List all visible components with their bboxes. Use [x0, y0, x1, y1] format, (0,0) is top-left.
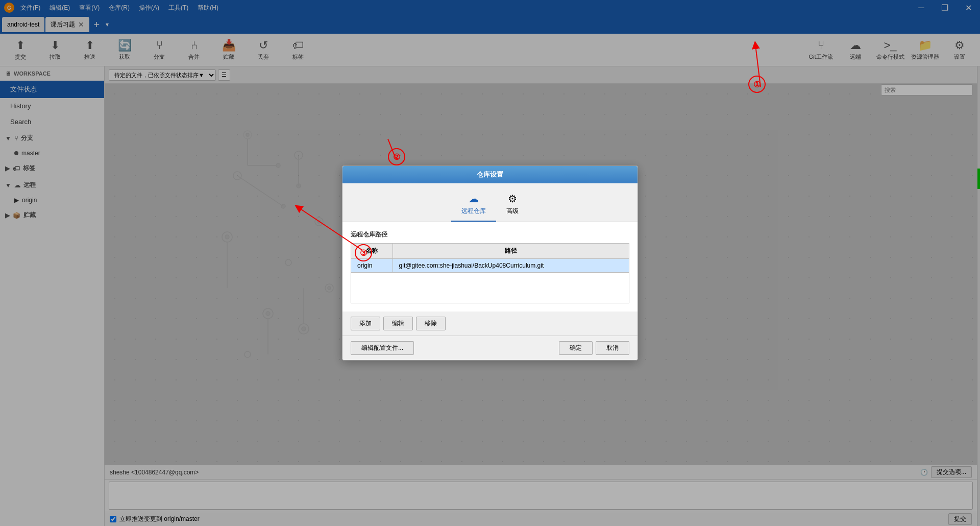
- remote-tab-icon: ☁: [469, 193, 479, 205]
- modal-body: 远程仓库路径 名称 路径 origin git@gitee.com:she-ji…: [342, 222, 638, 312]
- edit-config-button[interactable]: 编辑配置文件...: [351, 341, 414, 355]
- table-header-path: 路径: [393, 244, 629, 259]
- modal-footer-right: 确定 取消: [559, 341, 629, 355]
- modal-footer-left: 编辑配置文件...: [351, 341, 414, 355]
- modal-tab-remote[interactable]: ☁ 远程仓库: [451, 189, 496, 222]
- modal-actions: 添加 编辑 移除: [342, 312, 638, 336]
- remote-table: 名称 路径 origin git@gitee.com:she-jiashuai/…: [351, 243, 629, 303]
- modal-tabs: ☁ 远程仓库 ⚙ 高级: [342, 183, 638, 222]
- remote-path-cell: git@gitee.com:she-jiashuai/BackUp408Curr…: [393, 259, 629, 273]
- cancel-button[interactable]: 取消: [596, 341, 629, 355]
- remote-tab-label: 远程仓库: [461, 207, 486, 216]
- ok-button[interactable]: 确定: [559, 341, 593, 355]
- modal-tab-advanced[interactable]: ⚙ 高级: [496, 189, 529, 222]
- table-row[interactable]: origin git@gitee.com:she-jiashuai/BackUp…: [351, 259, 629, 273]
- add-remote-button[interactable]: 添加: [351, 317, 380, 330]
- modal-section-title: 远程仓库路径: [351, 230, 629, 239]
- remove-remote-button[interactable]: 移除: [416, 317, 446, 330]
- table-empty-row: [351, 273, 629, 303]
- remote-name-cell: origin: [351, 259, 393, 273]
- modal-title: 仓库设置: [342, 166, 638, 183]
- advanced-tab-label: 高级: [506, 207, 519, 216]
- modal-overlay: 仓库设置 ☁ 远程仓库 ⚙ 高级 远程仓库路径 名称 路径: [0, 0, 980, 526]
- edit-remote-button[interactable]: 编辑: [383, 317, 413, 330]
- repository-settings-modal: 仓库设置 ☁ 远程仓库 ⚙ 高级 远程仓库路径 名称 路径: [342, 165, 638, 361]
- table-header-name: 名称: [351, 244, 393, 259]
- advanced-tab-icon: ⚙: [508, 193, 517, 205]
- modal-footer: 编辑配置文件... 确定 取消: [342, 336, 638, 360]
